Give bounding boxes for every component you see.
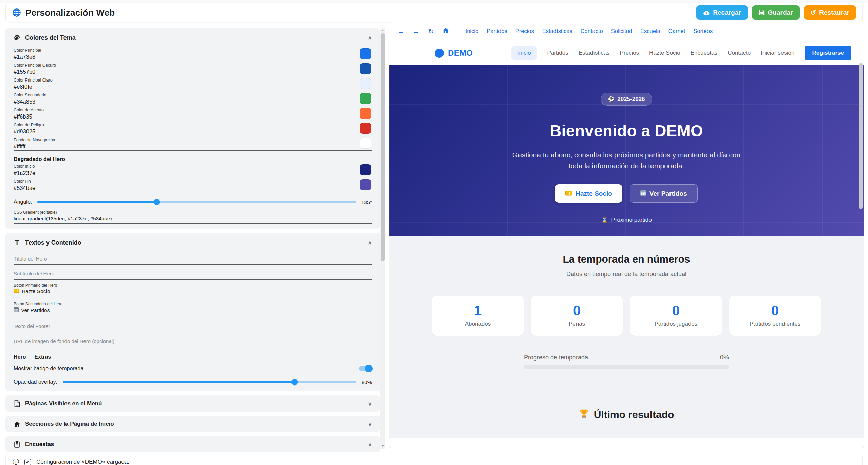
color-swatch[interactable] — [360, 164, 371, 175]
color-field-acento: Color de Acento #ff6b35 — [14, 107, 372, 121]
preview-footer-strip — [389, 438, 864, 448]
color-swatch[interactable] — [360, 78, 371, 89]
color-value-input[interactable]: #1a73e8 — [14, 54, 372, 60]
forward-icon[interactable]: → — [413, 28, 420, 35]
nav-item-precios[interactable]: Precios — [620, 50, 639, 56]
color-value-input[interactable]: #1a237e — [14, 170, 372, 176]
css-gradient-field: CSS Gradient (editable) linear-gradient(… — [14, 210, 372, 224]
nav-item-inicio[interactable]: Inicio — [511, 46, 537, 60]
toolbar-link-partidos[interactable]: Partidos — [487, 28, 507, 34]
nav-item-contacto[interactable]: Contacto — [728, 50, 751, 56]
hero-subtitle: Gestiona tu abono, consulta los próximos… — [511, 149, 742, 172]
settings-panel: Colores del Tema ∧ Color Principal #1a73… — [5, 28, 380, 465]
restore-icon: ↺ — [811, 9, 816, 16]
left-scrollbar-thumb[interactable] — [381, 33, 385, 261]
back-icon[interactable]: ← — [397, 28, 404, 35]
scroll-up-arrow[interactable]: ▲ — [380, 29, 385, 32]
overlay-opacity-slider[interactable] — [63, 381, 356, 383]
section-visible-pages[interactable]: Páginas Visibles en el Menú ∨ — [5, 395, 380, 412]
color-swatch[interactable] — [360, 123, 371, 134]
site-nav-items: Inicio Partidos Estadísticas Precios Haz… — [511, 46, 851, 60]
left-panel-scrollbar[interactable]: ▲ ▼ — [380, 28, 385, 449]
color-value-input[interactable]: #d93025 — [14, 128, 372, 135]
refresh-icon[interactable]: ↻ — [428, 28, 434, 35]
hero-subtitle-input[interactable]: Subtítulo del Hero — [14, 269, 372, 280]
color-field-principal-claro: Color Principal Claro #e8f0fe — [14, 77, 372, 91]
toolbar-link-estadisticas[interactable]: Estadísticas — [542, 28, 572, 34]
angle-slider-row: Ángulo: 135° — [14, 198, 372, 207]
chevron-down-icon[interactable]: ∨ — [368, 421, 372, 427]
nav-item-hazte-socio[interactable]: Hazte Socio — [649, 50, 680, 56]
footer-text-input[interactable]: Texto del Footer — [14, 321, 372, 332]
section-home-sections[interactable]: Secciones de la Página de Inicio ∨ — [5, 416, 380, 432]
section-surveys[interactable]: Encuestas ∨ — [5, 436, 380, 452]
toolbar-link-carnet[interactable]: Carnet — [668, 28, 685, 34]
chevron-down-icon[interactable]: ∨ — [368, 401, 372, 407]
color-swatch[interactable] — [360, 179, 371, 190]
hero-primary-button[interactable]: Hazte Socio — [555, 184, 622, 203]
stat-card-partidos-jugados: 0 Partidos jugados — [630, 296, 722, 336]
progress-label: Progreso de temporada — [524, 354, 588, 361]
toolbar-link-sorteos[interactable]: Sorteos — [693, 28, 713, 34]
register-button[interactable]: Registrarse — [805, 46, 851, 60]
info-icon: ⓘ — [13, 458, 19, 465]
color-swatch[interactable] — [360, 93, 371, 104]
section-theme-colors-header[interactable]: Colores del Tema ∧ — [14, 33, 372, 43]
nav-item-estadisticas[interactable]: Estadísticas — [579, 50, 610, 56]
preview-scrollbar[interactable] — [859, 63, 863, 447]
status-bar: ⓘ ✓ Configuración de «DEMO» cargada. — [5, 454, 863, 465]
reload-button[interactable]: Recargar — [696, 5, 748, 20]
palette-icon — [14, 34, 20, 41]
stat-card-abonados: 1 Abonados — [432, 296, 524, 336]
nav-item-partidos[interactable]: Partidos — [547, 50, 568, 56]
toolbar-link-inicio[interactable]: Inicio — [466, 28, 479, 34]
overlay-slider-thumb[interactable] — [291, 379, 298, 386]
preview-scrollbar-thumb[interactable] — [859, 63, 863, 209]
angle-slider-thumb[interactable] — [154, 199, 160, 205]
home-icon[interactable] — [442, 27, 449, 35]
color-value-input[interactable]: #1557b0 — [14, 69, 372, 75]
next-match-label: ⌛ Próximo partido — [601, 216, 652, 223]
progress-bar — [524, 365, 729, 369]
nav-item-iniciar-sesion[interactable]: Iniciar sesión — [761, 50, 794, 56]
ticket-icon — [14, 288, 19, 294]
toolbar-link-escuela[interactable]: Escuela — [640, 28, 660, 34]
site-preview-panel: ← → ↻ Inicio Partidos Precios Estadístic… — [389, 21, 864, 448]
color-value-input[interactable]: #ffffff — [14, 143, 372, 150]
css-gradient-input[interactable]: linear-gradient(135deg, #1a237e, #534bae… — [14, 216, 372, 221]
chevron-up-icon[interactable]: ∧ — [368, 240, 372, 246]
restore-button[interactable]: ↺ Restaurar — [804, 5, 856, 20]
color-swatch[interactable] — [360, 48, 371, 59]
calendar-icon — [14, 307, 19, 314]
section-texts: T Textos y Contenido ∧ Título del Hero S… — [5, 233, 380, 391]
angle-slider[interactable] — [37, 201, 356, 203]
chevron-up-icon[interactable]: ∧ — [368, 35, 372, 41]
hero-bg-url-input[interactable]: URL de imagen de fondo del Hero (opciona… — [14, 336, 372, 347]
overlay-slider-row: Opacidad overlay: 80% — [14, 378, 372, 387]
site-brand[interactable]: DEMO — [435, 48, 473, 58]
scroll-down-arrow[interactable]: ▼ — [380, 444, 385, 448]
toolbar-link-solicitud[interactable]: Solicitud — [611, 28, 632, 34]
color-swatch[interactable] — [360, 63, 371, 74]
secondary-button-input[interactable]: Botón Secundario del Hero Ver Partidos — [14, 301, 372, 316]
hero-title-input[interactable]: Título del Hero — [14, 254, 372, 265]
color-swatch[interactable] — [360, 108, 371, 119]
badge-toggle[interactable] — [359, 366, 372, 371]
color-value-input[interactable]: #e8f0fe — [14, 84, 372, 90]
primary-button-input[interactable]: Botón Primario del Hero Hazte Socio — [14, 282, 372, 297]
color-value-input[interactable]: #ff6b35 — [14, 113, 372, 120]
toolbar-link-contacto[interactable]: Contacto — [581, 28, 603, 34]
save-button[interactable]: Guardar — [752, 5, 800, 20]
stat-card-partidos-pendientes: 0 Partidos pendientes — [729, 296, 821, 336]
chevron-down-icon[interactable]: ∨ — [368, 442, 372, 447]
nav-item-encuestas[interactable]: Encuestas — [691, 50, 717, 56]
stats-cards: 1 Abonados 0 Peñas 0 Partidos jugados 0 … — [432, 296, 821, 336]
color-swatch[interactable] — [360, 138, 371, 149]
calendar-icon — [640, 190, 646, 197]
section-texts-header[interactable]: T Textos y Contenido ∧ — [14, 237, 372, 248]
hero-secondary-button[interactable]: Ver Partidos — [630, 184, 698, 203]
color-value-input[interactable]: #534bae — [14, 185, 372, 191]
toolbar-link-precios[interactable]: Precios — [515, 28, 534, 34]
gradient-subheading: Degradado del Hero — [14, 156, 372, 162]
color-value-input[interactable]: #34a853 — [14, 99, 372, 105]
